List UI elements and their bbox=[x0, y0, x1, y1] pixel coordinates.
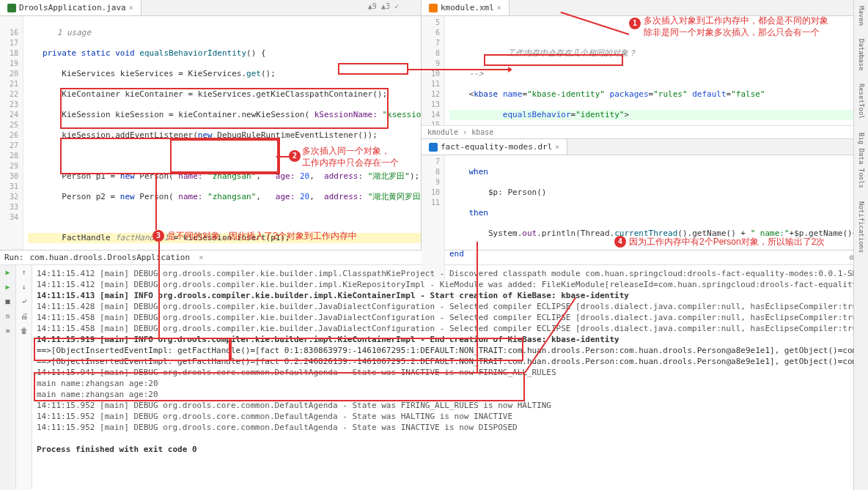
stop-icon[interactable]: ■ bbox=[3, 297, 13, 308]
console-line: main name:zhangsan age:20 bbox=[37, 378, 864, 389]
run-config[interactable]: com.huan.drools.DroolsApplication bbox=[30, 253, 191, 262]
run-toolbar-2: ↑ ↓ ⤶ 🖨 🗑 bbox=[16, 265, 32, 490]
drl-file-icon bbox=[429, 143, 438, 152]
rerun-icon[interactable]: ▶ bbox=[3, 268, 13, 278]
console-line: 14:11:15.458 [main] DEBUG org.drools.com… bbox=[37, 312, 864, 323]
up-icon[interactable]: ↑ bbox=[19, 268, 29, 278]
console-line: 14:11:15.919 [main] INFO org.drools.comp… bbox=[37, 334, 864, 345]
down-icon[interactable]: ↓ bbox=[19, 283, 29, 293]
console-line: ==>[ObjectInsertedEventImpl: getFactHand… bbox=[37, 356, 864, 367]
tabbar-right-top: kmodule.xml × bbox=[422, 0, 868, 16]
run-icon[interactable]: ▶ bbox=[3, 283, 13, 293]
tab-kmodule[interactable]: kmodule.xml × bbox=[422, 0, 510, 15]
tab-label: DroolsApplication.java bbox=[19, 3, 126, 12]
console-line: 14:11:15.952 [main] DEBUG org.drools.cor… bbox=[37, 411, 864, 422]
gutter-left[interactable]: 16171819202122232425262728293031323334 bbox=[0, 16, 23, 250]
code-rt[interactable]: 工作内存中会存在几个相同的对象？ --> <kbase name="kbase-… bbox=[445, 16, 868, 125]
console-line bbox=[37, 433, 864, 444]
console-line: main name:zhangsan age:20 bbox=[37, 389, 864, 400]
code-rb[interactable]: when $p: Person() then System.out.printl… bbox=[445, 155, 868, 280]
strip-bigdata[interactable]: Big Data Tools bbox=[858, 133, 865, 188]
gutter-rb[interactable]: 7891011 bbox=[422, 155, 445, 280]
tabbar-right-bot: fact-equality-modes.drl × bbox=[422, 139, 868, 155]
trash-icon[interactable]: 🗑 bbox=[19, 327, 29, 337]
strip-resettool[interactable]: ResetTool bbox=[858, 83, 865, 119]
strip-maven[interactable]: Maven bbox=[858, 6, 865, 26]
editor-left: DroolsApplication.java × ▲9 ▲3 ✓ 1617181… bbox=[0, 0, 422, 250]
exit-icon[interactable]: ⎋ bbox=[3, 312, 13, 322]
console-output[interactable]: 14:11:15.412 [main] DEBUG org.drools.com… bbox=[32, 265, 868, 490]
run-toolbar: ▶ ▶ ■ ⎋ ≡ bbox=[0, 265, 16, 490]
inspection-badge[interactable]: ▲9 ▲3 ✓ bbox=[368, 2, 399, 10]
strip-notifications[interactable]: Notifications bbox=[858, 201, 865, 253]
print-icon[interactable]: 🖨 bbox=[19, 312, 29, 322]
tab-label: kmodule.xml bbox=[441, 3, 494, 12]
console-line: ==>[ObjectInsertedEventImpl: getFactHand… bbox=[37, 345, 864, 356]
close-icon[interactable]: × bbox=[199, 253, 204, 262]
tabbar-left: DroolsApplication.java × bbox=[0, 0, 421, 16]
console-line: 14:11:15.941 [main] DEBUG org.drools.cor… bbox=[37, 367, 864, 378]
strip-database[interactable]: Database bbox=[858, 39, 865, 70]
breadcrumb-rt[interactable]: kmodule › kbase bbox=[422, 125, 868, 138]
java-file-icon bbox=[7, 4, 16, 12]
console-line: 14:11:15.952 [main] DEBUG org.drools.cor… bbox=[37, 400, 864, 411]
run-label: Run: bbox=[4, 253, 24, 262]
code-left[interactable]: 1 usage private static void equalsBehavi… bbox=[23, 16, 421, 250]
tab-label: fact-equality-modes.drl bbox=[441, 142, 552, 152]
gutter-rt[interactable]: 5678910111213141516 bbox=[422, 16, 445, 125]
editor-right: kmodule.xml × 5678910111213141516 工作内存中会… bbox=[422, 0, 868, 250]
console-line: 14:11:15.413 [main] INFO org.drools.comp… bbox=[37, 290, 864, 301]
tab-drools-java[interactable]: DroolsApplication.java × bbox=[0, 0, 141, 15]
tab-drl[interactable]: fact-equality-modes.drl × bbox=[422, 139, 567, 155]
close-icon[interactable]: × bbox=[497, 4, 501, 12]
console-line: 14:11:15.458 [main] DEBUG org.drools.com… bbox=[37, 323, 864, 334]
console-line: 14:11:15.952 [main] DEBUG org.drools.cor… bbox=[37, 422, 864, 433]
tool-strip-right: Maven Database ResetTool Big Data Tools … bbox=[853, 0, 868, 490]
close-icon[interactable]: × bbox=[129, 4, 133, 12]
xml-file-icon bbox=[429, 4, 438, 12]
console-line: 14:11:15.428 [main] DEBUG org.drools.com… bbox=[37, 301, 864, 312]
layout-icon[interactable]: ≡ bbox=[3, 327, 13, 337]
console-line: 14:11:15.412 [main] DEBUG org.drools.com… bbox=[37, 268, 864, 279]
close-icon[interactable]: × bbox=[555, 143, 559, 151]
run-panel: Run: com.huan.drools.DroolsApplication ×… bbox=[0, 250, 868, 490]
console-line: Process finished with exit code 0 bbox=[37, 444, 864, 455]
console-line: 14:11:15.412 [main] DEBUG org.drools.com… bbox=[37, 279, 864, 290]
wrap-icon[interactable]: ⤶ bbox=[19, 297, 29, 308]
